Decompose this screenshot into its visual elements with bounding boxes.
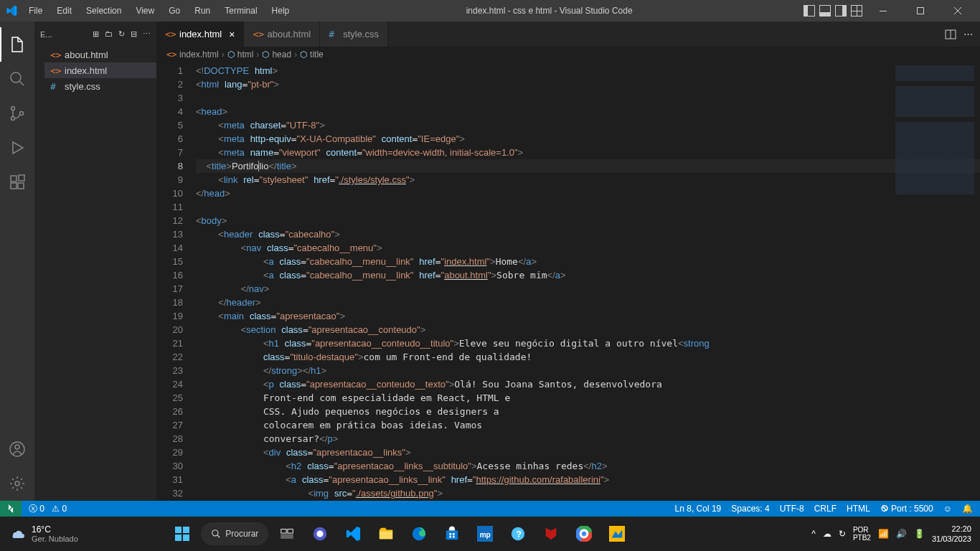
extensions-icon[interactable] <box>0 165 34 199</box>
file-label: style.css <box>65 81 100 92</box>
more-actions-icon[interactable]: ⋯ <box>963 29 973 39</box>
tab-style[interactable]: #style.css <box>320 22 388 47</box>
tab-label: about.html <box>267 29 311 39</box>
mcafee-icon[interactable] <box>537 519 565 548</box>
menu-selection[interactable]: Selection <box>80 3 127 19</box>
title-bar: File Edit Selection View Go Run Terminal… <box>0 0 980 22</box>
bc-item[interactable]: index.html <box>179 50 219 60</box>
store-icon[interactable] <box>438 519 466 548</box>
file-label: index.html <box>65 65 107 76</box>
eol[interactable]: CRLF <box>814 504 837 514</box>
tray-chevron-icon[interactable]: ^ <box>811 529 816 539</box>
sidebar-title: E... <box>40 30 52 39</box>
svg-rect-26 <box>450 533 452 535</box>
language-mode[interactable]: HTML <box>847 504 870 514</box>
warnings-count[interactable]: ⚠ 0 <box>52 504 67 514</box>
menu-terminal[interactable]: Terminal <box>219 3 263 19</box>
toggle-panel-icon[interactable] <box>819 5 831 17</box>
menu-bar: File Edit Selection View Go Run Terminal… <box>23 3 295 19</box>
menu-run[interactable]: Run <box>189 3 216 19</box>
new-folder-icon[interactable]: 🗀 <box>105 29 113 39</box>
line-numbers: 1234567891011121314151617181920212223242… <box>156 62 196 501</box>
svg-rect-6 <box>11 176 17 182</box>
source-control-icon[interactable] <box>0 96 34 131</box>
code-content[interactable]: <!DOCTYPE html> <html lang="pt-br"> <hea… <box>196 62 980 501</box>
explorer-icon[interactable] <box>0 27 34 62</box>
start-button[interactable] <box>168 519 197 548</box>
onedrive-icon[interactable]: ☁ <box>823 529 831 539</box>
teams-icon[interactable] <box>306 519 334 548</box>
breadcrumb[interactable]: <>index.html ›⬡ html ›⬡ head ›⬡ title <box>156 47 980 62</box>
errors-count[interactable]: ⓧ 0 <box>29 503 44 515</box>
more-icon[interactable]: ⋯ <box>143 29 151 39</box>
file-item-index[interactable]: <>index.html <box>44 62 156 78</box>
sync-icon[interactable]: ↻ <box>839 529 846 539</box>
svg-rect-16 <box>175 534 182 541</box>
file-item-style[interactable]: #style.css <box>44 78 156 94</box>
system-tray: ^ ☁ ↻ PORPTB2 📶 🔊 🔋 22:20 31/03/2023 <box>811 524 971 544</box>
menu-view[interactable]: View <box>130 3 160 19</box>
svg-point-23 <box>317 530 324 537</box>
menu-go[interactable]: Go <box>163 3 186 19</box>
edge-icon[interactable] <box>405 519 433 548</box>
live-server-port[interactable]: 🛇 Port : 5500 <box>880 504 933 514</box>
encoding[interactable]: UTF-8 <box>780 504 804 514</box>
search-icon[interactable] <box>0 62 34 96</box>
sidebar-header: E... ⊞ 🗀 ↻ ⊟ ⋯ <box>34 22 156 47</box>
editor: <>index.html× <>about.html #style.css ⋯ … <box>156 22 980 501</box>
menu-edit[interactable]: Edit <box>51 3 77 19</box>
tab-about[interactable]: <>about.html <box>244 22 320 47</box>
maximize-button[interactable] <box>904 0 937 22</box>
clock[interactable]: 22:20 31/03/2023 <box>932 524 971 544</box>
menu-file[interactable]: File <box>23 3 48 19</box>
svg-rect-7 <box>11 183 17 189</box>
notifications-icon[interactable]: 🔔 <box>962 504 973 514</box>
volume-icon[interactable]: 🔊 <box>896 529 907 539</box>
help-icon[interactable]: ? <box>504 519 532 548</box>
file-item-about[interactable]: <>about.html <box>44 47 156 62</box>
app-icon-2[interactable] <box>603 519 631 548</box>
battery-icon[interactable]: 🔋 <box>914 529 925 539</box>
file-explorer-icon[interactable] <box>372 519 400 548</box>
svg-point-2 <box>11 72 21 83</box>
bc-item[interactable]: title <box>310 50 324 60</box>
remote-indicator[interactable] <box>0 501 22 517</box>
weather-widget[interactable]: 16°CGer. Nublado <box>9 524 78 543</box>
vscode-taskbar-icon[interactable] <box>339 519 367 548</box>
svg-rect-1 <box>918 8 924 14</box>
task-view-icon[interactable] <box>273 519 301 548</box>
wifi-icon[interactable]: 📶 <box>878 529 889 539</box>
refresh-icon[interactable]: ↻ <box>118 29 125 39</box>
indentation[interactable]: Spaces: 4 <box>731 504 769 514</box>
close-icon[interactable]: × <box>229 29 235 40</box>
split-editor-icon[interactable] <box>945 29 956 40</box>
run-debug-icon[interactable] <box>0 131 34 165</box>
collapse-icon[interactable]: ⊟ <box>131 29 137 39</box>
language-indicator[interactable]: PORPTB2 <box>853 526 871 542</box>
svg-rect-15 <box>183 527 189 533</box>
cursor-position[interactable]: Ln 8, Col 19 <box>675 504 722 514</box>
minimize-button[interactable] <box>867 0 900 22</box>
tab-label: style.css <box>343 29 379 39</box>
svg-point-12 <box>15 481 19 486</box>
menu-help[interactable]: Help <box>266 3 296 19</box>
bc-item[interactable]: html <box>237 50 254 60</box>
svg-text:?: ? <box>517 529 522 540</box>
toggle-secondary-sidebar-icon[interactable] <box>835 5 847 17</box>
taskbar-search[interactable]: Procurar <box>201 522 268 545</box>
bc-item[interactable]: head <box>272 50 291 60</box>
window-title: index.html - css e html - Visual Studio … <box>295 6 804 16</box>
customize-layout-icon[interactable] <box>851 5 862 17</box>
chrome-icon[interactable] <box>570 519 598 548</box>
app-icon-1[interactable]: mp <box>471 519 499 548</box>
settings-icon[interactable] <box>0 466 34 501</box>
feedback-icon[interactable]: ☺ <box>943 504 952 514</box>
minimap[interactable] <box>895 65 974 194</box>
accounts-icon[interactable] <box>0 432 34 466</box>
new-file-icon[interactable]: ⊞ <box>93 29 99 39</box>
close-button[interactable] <box>941 0 974 22</box>
toggle-primary-sidebar-icon[interactable] <box>804 5 815 17</box>
code-editor[interactable]: 1234567891011121314151617181920212223242… <box>156 62 980 501</box>
tab-index[interactable]: <>index.html× <box>156 22 244 47</box>
tab-label: index.html <box>179 29 222 39</box>
